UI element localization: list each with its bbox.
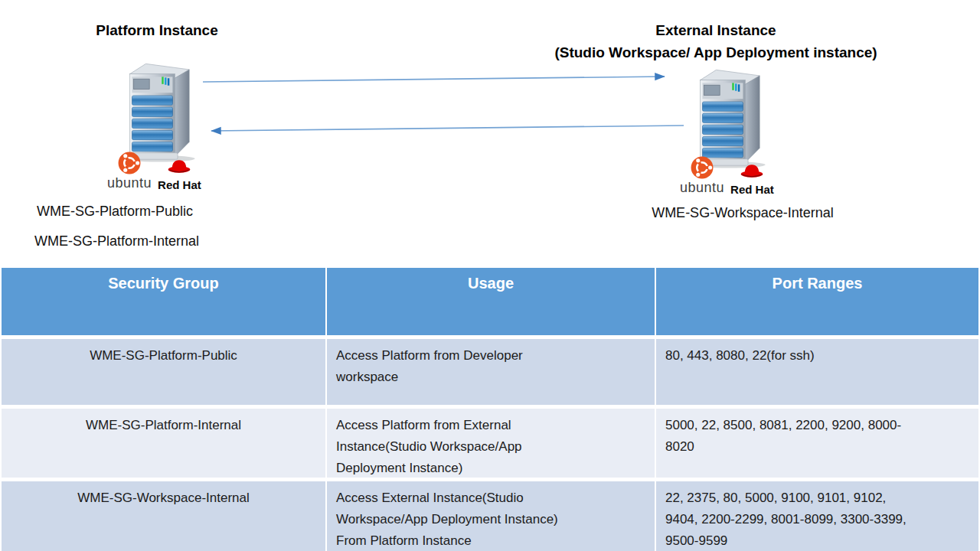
- table-row: WME-SG-Workspace-Internal Access Externa…: [2, 481, 978, 551]
- table-header-row: Security Group Usage Port Ranges: [2, 268, 978, 335]
- platform-server-icon: [113, 55, 204, 162]
- ubuntu-icon: [689, 155, 715, 181]
- cell-usage: Access Platform from Developer workspace: [327, 339, 655, 405]
- redhat-logo: Red Hat: [158, 157, 201, 191]
- cell-usage: Access Platform from External Instance(S…: [327, 409, 655, 478]
- platform-instance-title: Platform Instance: [42, 19, 272, 41]
- ubuntu-wordmark: ubuntu: [680, 180, 724, 196]
- redhat-wordmark: Red Hat: [730, 183, 774, 196]
- external-server-icon: [684, 61, 774, 168]
- cell-security-group: WME-SG-Workspace-Internal: [2, 481, 325, 551]
- redhat-logo: Red Hat: [730, 161, 774, 196]
- table-row: WME-SG-Platform-Internal Access Platform…: [2, 409, 978, 478]
- column-header-port-ranges: Port Ranges: [656, 268, 978, 335]
- redhat-icon: [737, 161, 766, 182]
- external-instance-title-line2: (Studio Workspace/ App Deployment instan…: [479, 41, 953, 64]
- ubuntu-wordmark: ubuntu: [107, 175, 152, 191]
- redhat-wordmark: Red Hat: [158, 178, 201, 191]
- ubuntu-logo: ubuntu: [680, 155, 724, 196]
- arrow-left-icon: [211, 126, 684, 131]
- column-header-security-group: Security Group: [2, 268, 325, 335]
- cell-port-ranges: 22, 2375, 80, 5000, 9100, 9101, 9102, 94…: [656, 481, 978, 551]
- arrow-right-icon: [203, 77, 665, 82]
- cell-port-ranges: 5000, 22, 8500, 8081, 2200, 9200, 8000- …: [656, 409, 978, 478]
- table-row: WME-SG-Platform-Public Access Platform f…: [2, 339, 978, 405]
- platform-os-logos: ubuntu Red Hat: [107, 150, 201, 191]
- external-instance-title-line1: External Instance: [479, 19, 953, 41]
- cell-usage: Access External Instance(Studio Workspac…: [327, 481, 655, 551]
- cell-security-group: WME-SG-Platform-Public: [2, 339, 325, 405]
- external-os-logos: ubuntu Red Hat: [680, 155, 774, 196]
- label-platform-public: WME-SG-Platform-Public: [37, 204, 193, 220]
- security-group-table: Security Group Usage Port Ranges WME-SG-…: [2, 268, 978, 551]
- ubuntu-icon: [116, 150, 142, 176]
- label-platform-internal: WME-SG-Platform-Internal: [34, 233, 199, 249]
- external-instance-title: External Instance (Studio Workspace/ App…: [479, 19, 953, 64]
- redhat-icon: [165, 157, 194, 178]
- label-workspace-internal: WME-SG-Workspace-Internal: [582, 205, 903, 221]
- cell-security-group: WME-SG-Platform-Internal: [2, 409, 325, 478]
- column-header-usage: Usage: [327, 268, 655, 335]
- architecture-slide: Platform Instance External Instance (Stu…: [0, 0, 980, 551]
- cell-port-ranges: 80, 443, 8080, 22(for ssh): [656, 339, 978, 405]
- ubuntu-logo: ubuntu: [107, 150, 152, 191]
